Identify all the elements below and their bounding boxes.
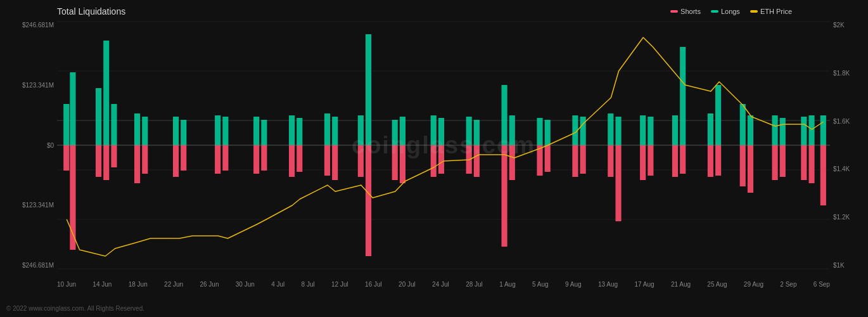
svg-rect-60 bbox=[173, 145, 179, 177]
svg-rect-20 bbox=[289, 115, 295, 145]
svg-rect-90 bbox=[708, 145, 713, 177]
x-label-12: 28 Jul bbox=[466, 281, 483, 288]
y-left-2: $0 bbox=[3, 142, 54, 149]
svg-rect-7 bbox=[63, 104, 69, 145]
x-label-7: 8 Jul bbox=[302, 281, 315, 288]
y-left-1: $123.341M bbox=[3, 82, 54, 89]
legend-eth: ETH Price bbox=[750, 8, 792, 15]
svg-rect-92 bbox=[740, 145, 746, 186]
svg-rect-93 bbox=[748, 145, 753, 193]
svg-rect-29 bbox=[438, 118, 444, 145]
svg-rect-35 bbox=[545, 120, 551, 145]
x-label-20: 29 Aug bbox=[744, 281, 763, 288]
svg-rect-85 bbox=[615, 145, 621, 221]
svg-rect-25 bbox=[366, 34, 371, 145]
svg-rect-72 bbox=[392, 145, 398, 180]
x-label-13: 1 Aug bbox=[499, 281, 516, 288]
svg-rect-17 bbox=[222, 117, 228, 145]
svg-rect-96 bbox=[801, 145, 807, 180]
svg-rect-14 bbox=[173, 117, 179, 145]
chart-svg bbox=[57, 22, 830, 269]
svg-rect-69 bbox=[332, 145, 338, 180]
legend-longs: Longs bbox=[711, 8, 740, 15]
svg-rect-53 bbox=[63, 145, 69, 171]
svg-rect-24 bbox=[358, 115, 364, 145]
svg-rect-57 bbox=[111, 145, 117, 167]
y-right-5: $1K bbox=[833, 262, 868, 269]
svg-rect-89 bbox=[680, 145, 686, 174]
x-label-8: 12 Jul bbox=[331, 281, 348, 288]
svg-rect-39 bbox=[615, 117, 621, 145]
svg-rect-46 bbox=[740, 104, 746, 145]
y-left-0: $246.681M bbox=[3, 22, 54, 29]
svg-rect-55 bbox=[96, 145, 101, 177]
svg-rect-10 bbox=[103, 41, 109, 145]
legend: Shorts Longs ETH Price bbox=[670, 8, 792, 15]
x-label-22: 6 Sep bbox=[814, 281, 830, 288]
y-right-3: $1.4K bbox=[833, 165, 868, 172]
svg-rect-33 bbox=[509, 115, 515, 145]
x-label-15: 9 Aug bbox=[565, 281, 582, 288]
svg-rect-21 bbox=[297, 118, 302, 145]
x-label-2: 18 Jun bbox=[129, 281, 148, 288]
svg-rect-80 bbox=[537, 145, 542, 176]
svg-rect-98 bbox=[820, 145, 826, 205]
y-right-1: $1.8K bbox=[833, 70, 868, 77]
svg-rect-50 bbox=[801, 117, 807, 145]
svg-rect-30 bbox=[466, 117, 472, 145]
svg-rect-87 bbox=[648, 145, 653, 176]
svg-rect-71 bbox=[366, 145, 371, 256]
svg-rect-9 bbox=[96, 88, 101, 145]
svg-rect-68 bbox=[324, 145, 330, 176]
svg-rect-91 bbox=[715, 145, 721, 176]
chart-header: Total Liquidations Shorts Longs ETH Pric… bbox=[57, 6, 830, 16]
svg-rect-40 bbox=[640, 115, 646, 145]
svg-rect-27 bbox=[400, 117, 405, 145]
svg-rect-44 bbox=[708, 113, 713, 145]
svg-rect-84 bbox=[608, 145, 613, 177]
svg-rect-45 bbox=[715, 85, 721, 145]
svg-rect-62 bbox=[215, 145, 220, 174]
svg-rect-81 bbox=[545, 145, 551, 172]
svg-rect-70 bbox=[358, 145, 364, 177]
svg-rect-38 bbox=[608, 113, 613, 145]
x-axis: 10 Jun 14 Jun 18 Jun 22 Jun 26 Jun 30 Ju… bbox=[57, 281, 830, 288]
svg-rect-97 bbox=[808, 145, 814, 183]
svg-rect-11 bbox=[111, 104, 117, 145]
svg-rect-18 bbox=[253, 117, 259, 145]
svg-rect-66 bbox=[289, 145, 295, 177]
svg-rect-26 bbox=[392, 120, 398, 145]
chart-area: coinglass.com $246.681M $123.341M $0 $12… bbox=[57, 22, 830, 269]
svg-rect-86 bbox=[640, 145, 646, 180]
shorts-dot bbox=[670, 10, 678, 13]
x-label-5: 30 Jun bbox=[236, 281, 255, 288]
svg-rect-83 bbox=[580, 145, 586, 174]
x-label-17: 17 Aug bbox=[634, 281, 654, 288]
x-label-18: 21 Aug bbox=[671, 281, 691, 288]
svg-rect-61 bbox=[181, 145, 186, 171]
svg-rect-77 bbox=[474, 145, 480, 177]
svg-rect-41 bbox=[648, 117, 653, 145]
y-left-3: $123.341M bbox=[3, 202, 54, 209]
x-label-0: 10 Jun bbox=[57, 281, 76, 288]
y-right-0: $2K bbox=[833, 22, 868, 29]
y-right-4: $1.2K bbox=[833, 214, 868, 221]
x-label-9: 16 Jul bbox=[365, 281, 382, 288]
svg-rect-49 bbox=[780, 118, 786, 145]
svg-rect-16 bbox=[215, 115, 220, 145]
svg-rect-43 bbox=[680, 47, 686, 145]
svg-rect-19 bbox=[261, 120, 267, 145]
svg-rect-15 bbox=[181, 120, 186, 145]
svg-rect-56 bbox=[103, 145, 109, 180]
svg-rect-95 bbox=[780, 145, 786, 177]
svg-rect-22 bbox=[324, 113, 330, 145]
svg-rect-65 bbox=[261, 145, 267, 171]
x-label-16: 13 Aug bbox=[598, 281, 618, 288]
footer: © 2022 www.coinglass.com. All Rights Res… bbox=[6, 305, 144, 312]
svg-rect-78 bbox=[502, 145, 507, 247]
svg-rect-31 bbox=[474, 120, 480, 145]
y-axis-left: $246.681M $123.341M $0 $123.341M $246.68… bbox=[3, 22, 54, 269]
svg-rect-74 bbox=[431, 145, 437, 177]
svg-rect-88 bbox=[672, 145, 678, 177]
svg-rect-28 bbox=[431, 115, 437, 145]
